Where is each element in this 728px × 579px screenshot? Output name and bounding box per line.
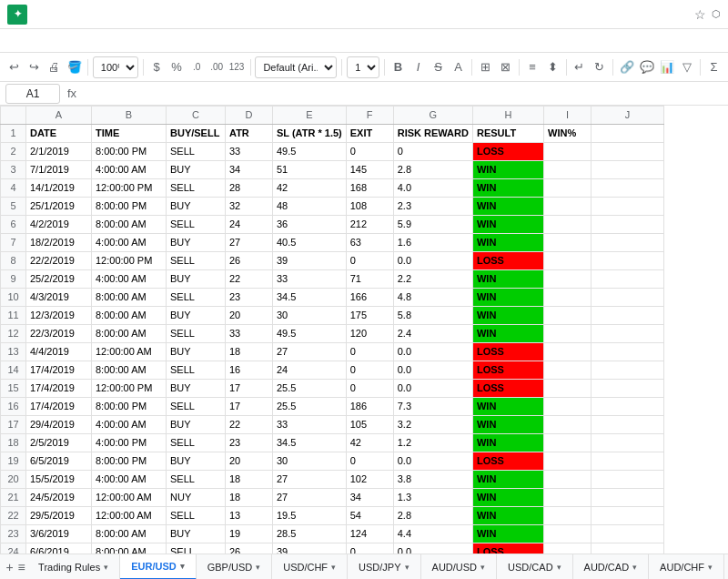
cell-d6[interactable]: 24: [226, 216, 273, 234]
row-num-14[interactable]: 14: [1, 361, 26, 380]
cell-g21[interactable]: 1.3: [393, 489, 472, 507]
cell-f2[interactable]: 0: [346, 143, 393, 161]
cell-f9[interactable]: 71: [346, 270, 393, 289]
cell-b9[interactable]: 4:00:00 AM: [92, 270, 167, 289]
cell-d4[interactable]: 28: [226, 179, 273, 198]
row-num-15[interactable]: 15: [1, 380, 26, 398]
cell-a16[interactable]: 17/4/2019: [26, 398, 92, 416]
cell-j11[interactable]: [592, 307, 664, 325]
cell-f22[interactable]: 54: [346, 507, 393, 525]
cell-g4[interactable]: 4.0: [393, 179, 472, 198]
cell-g20[interactable]: 3.8: [393, 471, 472, 489]
cell-h18[interactable]: WIN: [472, 434, 543, 452]
cell-b3[interactable]: 4:00:00 AM: [92, 161, 167, 179]
cell-e22[interactable]: 19.5: [273, 507, 347, 525]
sheet-tab-gbp-usd[interactable]: GBP/USD▾: [197, 554, 273, 580]
cell-g1[interactable]: RISK REWARD: [393, 125, 472, 143]
cell-e12[interactable]: 49.5: [273, 325, 347, 343]
row-num-8[interactable]: 8: [1, 252, 26, 270]
star-icon[interactable]: ☆: [694, 7, 706, 22]
align-button[interactable]: ≡: [524, 56, 541, 78]
cell-d14[interactable]: 16: [226, 361, 273, 380]
cell-d20[interactable]: 18: [226, 471, 273, 489]
cell-g16[interactable]: 7.3: [393, 398, 472, 416]
cell-f23[interactable]: 124: [346, 525, 393, 543]
cell-d12[interactable]: 33: [226, 325, 273, 343]
cell-f16[interactable]: 186: [346, 398, 393, 416]
cell-e13[interactable]: 27: [273, 343, 347, 361]
row-num-3[interactable]: 3: [1, 161, 26, 179]
borders-button[interactable]: ⊞: [477, 56, 494, 78]
cell-b13[interactable]: 12:00:00 AM: [92, 343, 167, 361]
col-header-j[interactable]: J: [592, 107, 664, 125]
cell-b2[interactable]: 8:00:00 PM: [92, 143, 167, 161]
cell-i1[interactable]: WIN%: [544, 125, 592, 143]
cell-j9[interactable]: [592, 270, 664, 289]
cell-e16[interactable]: 25.5: [273, 398, 347, 416]
cell-b10[interactable]: 8:00:00 AM: [92, 289, 167, 307]
cell-g6[interactable]: 5.9: [393, 216, 472, 234]
cell-a15[interactable]: 17/4/2019: [26, 380, 92, 398]
cell-i12[interactable]: [544, 325, 592, 343]
cell-j13[interactable]: [592, 343, 664, 361]
cell-a13[interactable]: 4/4/2019: [26, 343, 92, 361]
cell-i21[interactable]: [544, 489, 592, 507]
cell-c16[interactable]: SELL: [167, 398, 226, 416]
cell-j20[interactable]: [592, 471, 664, 489]
cell-e23[interactable]: 28.5: [273, 525, 347, 543]
cell-b15[interactable]: 12:00:00 PM: [92, 380, 167, 398]
cell-a6[interactable]: 4/2/2019: [26, 216, 92, 234]
cell-i3[interactable]: [544, 161, 592, 179]
cell-b5[interactable]: 8:00:00 PM: [92, 198, 167, 216]
cell-d21[interactable]: 18: [226, 489, 273, 507]
format-number-button[interactable]: 123: [228, 56, 246, 78]
cell-i11[interactable]: [544, 307, 592, 325]
cell-j2[interactable]: [592, 143, 664, 161]
cell-a24[interactable]: 6/6/2019: [26, 543, 92, 554]
cell-g7[interactable]: 1.6: [393, 234, 472, 252]
cell-h11[interactable]: WIN: [472, 307, 543, 325]
italic-button[interactable]: I: [410, 56, 427, 78]
cell-f24[interactable]: 0: [346, 543, 393, 554]
cell-h24[interactable]: LOSS: [472, 543, 543, 554]
cell-d3[interactable]: 34: [226, 161, 273, 179]
menu-data[interactable]: [98, 39, 113, 43]
col-header-f[interactable]: F: [346, 107, 393, 125]
cell-b6[interactable]: 8:00:00 AM: [92, 216, 167, 234]
cell-c19[interactable]: BUY: [167, 452, 226, 471]
sheet-tab-usd-jpy[interactable]: USD/JPY▾: [348, 554, 420, 580]
font-select[interactable]: Default (Ari...: [255, 56, 337, 78]
cell-j12[interactable]: [592, 325, 664, 343]
cell-d15[interactable]: 17: [226, 380, 273, 398]
chart-button[interactable]: 📊: [658, 56, 675, 78]
undo-button[interactable]: ↩: [5, 56, 23, 78]
cell-c1[interactable]: BUY/SELL: [167, 125, 226, 143]
menu-help[interactable]: [153, 39, 167, 43]
cell-f14[interactable]: 0: [346, 361, 393, 380]
cell-h21[interactable]: WIN: [472, 489, 543, 507]
cell-b16[interactable]: 8:00:00 PM: [92, 398, 167, 416]
cell-reference[interactable]: [5, 84, 60, 104]
cell-j24[interactable]: [592, 543, 664, 554]
drive-icon[interactable]: ⬡: [712, 8, 721, 20]
cell-f19[interactable]: 0: [346, 452, 393, 471]
cell-f4[interactable]: 168: [346, 179, 393, 198]
cell-e19[interactable]: 30: [273, 452, 347, 471]
row-num-24[interactable]: 24: [1, 543, 26, 554]
cell-i24[interactable]: [544, 543, 592, 554]
menu-edit[interactable]: [25, 39, 40, 43]
cell-c24[interactable]: SELL: [167, 543, 226, 554]
cell-c6[interactable]: SELL: [167, 216, 226, 234]
cell-b18[interactable]: 4:00:00 PM: [92, 434, 167, 452]
cell-h2[interactable]: LOSS: [472, 143, 543, 161]
menu-view[interactable]: [44, 39, 58, 43]
cell-j4[interactable]: [592, 179, 664, 198]
cell-c3[interactable]: BUY: [167, 161, 226, 179]
cell-d17[interactable]: 22: [226, 416, 273, 434]
cell-a9[interactable]: 25/2/2019: [26, 270, 92, 289]
sheet-tab-aud-cad[interactable]: AUD/CAD▾: [573, 554, 650, 580]
cell-d11[interactable]: 20: [226, 307, 273, 325]
link-button[interactable]: 🔗: [618, 56, 635, 78]
cell-c8[interactable]: SELL: [167, 252, 226, 270]
sheet-tab-aud-usd[interactable]: AUD/USD▾: [421, 554, 498, 580]
